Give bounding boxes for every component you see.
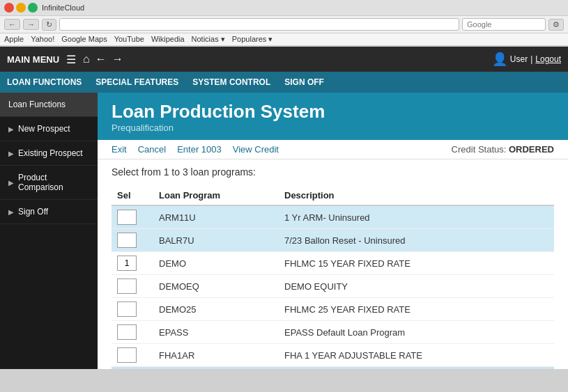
sidebar-item[interactable]: ▶New Prospect — [0, 117, 98, 141]
loan-program-cell: DEMOEQ — [153, 275, 279, 298]
back-nav-icon[interactable]: ← — [95, 53, 107, 65]
toolbar-button[interactable]: View Credit — [233, 144, 279, 155]
description-cell: FHA 15 YEAR FIXED RATE — [279, 367, 554, 370]
loan-program-cell: EPASS — [153, 321, 279, 344]
bookmarks-bar: AppleYahoo!Google MapsYouTubeWikipediaNo… — [0, 33, 568, 46]
chevron-right-icon: ▶ — [8, 150, 14, 157]
loan-programs-table: SelLoan ProgramDescription ARM11U1 Yr AR… — [112, 186, 554, 369]
toolbar-button[interactable]: Exit — [112, 144, 127, 155]
bookmark-item[interactable]: Noticias ▾ — [192, 35, 225, 44]
sidebar: Loan Functions▶New Prospect▶Existing Pro… — [0, 93, 98, 369]
description-cell: FHLMC 15 YEAR FIXED RATE — [279, 252, 554, 275]
address-bar[interactable] — [59, 18, 459, 31]
sel-cell — [112, 344, 153, 367]
browser-title: InfiniteCloud — [42, 3, 84, 12]
loan-program-cell: ARM11U — [153, 205, 279, 229]
table-row: DEMOEQDEMO EQUITY — [112, 275, 554, 298]
app-container: MAIN MENU ☰ ⌂ ← → 👤 User | Logout LOAN F… — [0, 47, 568, 369]
top-nav: MAIN MENU ☰ ⌂ ← → 👤 User | Logout — [0, 47, 568, 72]
loan-program-cell: BALR7U — [153, 229, 279, 252]
bookmark-item[interactable]: Wikipedia — [151, 35, 185, 44]
max-btn[interactable] — [28, 3, 38, 13]
table-row: DEMO25FHLMC 25 YEAR FIXED RATE — [112, 298, 554, 321]
sel-cell — [112, 298, 153, 321]
forward-btn[interactable]: → — [23, 19, 39, 30]
hamburger-icon[interactable]: ☰ — [66, 53, 76, 66]
browser-chrome: InfiniteCloud ← → ↻ ⚙ AppleYahoo!Google … — [0, 0, 568, 47]
table-row: FHA15YFHA 15 YEAR FIXED RATE — [112, 367, 554, 370]
table-area: Select from 1 to 3 loan programs: SelLoa… — [98, 159, 568, 369]
bookmark-item[interactable]: Populares ▾ — [232, 35, 273, 44]
back-btn[interactable]: ← — [4, 19, 20, 30]
sel-cell — [112, 252, 153, 275]
toolbar-button[interactable]: Cancel — [138, 144, 166, 155]
sel-cell — [112, 321, 153, 344]
description-cell: DEMO EQUITY — [279, 275, 554, 298]
home-icon[interactable]: ⌂ — [83, 53, 90, 65]
page-header: Loan Production System Prequalification — [98, 93, 568, 140]
sel-input[interactable] — [117, 256, 137, 271]
bookmark-item[interactable]: Google Maps — [61, 35, 107, 44]
refresh-btn[interactable]: ↻ — [42, 19, 56, 31]
browser-nav: ← → ↻ ⚙ — [0, 16, 568, 33]
sel-input[interactable] — [117, 324, 137, 340]
sel-cell — [112, 275, 153, 298]
sub-nav-item[interactable]: SIGN OFF — [284, 77, 324, 87]
sidebar-item[interactable]: ▶Product Comparison — [0, 166, 98, 200]
table-header: SelLoan ProgramDescription — [112, 186, 554, 205]
sidebar-item-label: Loan Functions — [8, 100, 66, 109]
table-row: EPASSEPASS Default Loan Program — [112, 321, 554, 344]
sub-nav: LOAN FUNCTIONSSPECIAL FEATURESSYSTEM CON… — [0, 72, 568, 93]
sub-nav-item[interactable]: SPECIAL FEATURES — [95, 77, 178, 87]
credit-status-value: ORDERED — [509, 144, 554, 155]
column-header: Sel — [112, 186, 153, 205]
chevron-right-icon: ▶ — [8, 208, 14, 216]
table-row: BALR7U7/23 Ballon Reset - Uninsured — [112, 229, 554, 252]
sidebar-item[interactable]: ▶Sign Off — [0, 200, 98, 224]
sel-cell — [112, 367, 153, 370]
table-row: ARM11U1 Yr ARM- Uninsured — [112, 205, 554, 229]
min-btn[interactable] — [16, 3, 26, 13]
settings-btn[interactable]: ⚙ — [548, 19, 564, 31]
table-body: ARM11U1 Yr ARM- UninsuredBALR7U7/23 Ball… — [112, 205, 554, 369]
bookmark-item[interactable]: YouTube — [114, 35, 144, 44]
user-icon: 👤 — [492, 52, 507, 67]
bookmark-item[interactable]: Yahoo! — [31, 35, 54, 44]
sidebar-item-label: Existing Prospect — [18, 148, 83, 158]
forward-nav-icon[interactable]: → — [112, 53, 123, 65]
window-controls[interactable] — [4, 3, 38, 13]
description-cell: 7/23 Ballon Reset - Uninsured — [279, 229, 554, 252]
bookmark-item[interactable]: Apple — [4, 35, 24, 44]
search-bar[interactable] — [462, 18, 546, 31]
loan-program-cell: DEMO25 — [153, 298, 279, 321]
sel-input[interactable] — [117, 279, 137, 294]
sub-nav-item[interactable]: LOAN FUNCTIONS — [7, 77, 82, 87]
page-title: Loan Production System — [112, 101, 554, 123]
column-header: Loan Program — [153, 186, 279, 205]
sub-nav-item[interactable]: SYSTEM CONTROL — [192, 77, 270, 87]
close-btn[interactable] — [4, 3, 14, 13]
sidebar-item[interactable]: Loan Functions — [0, 93, 98, 117]
sel-cell — [112, 205, 153, 229]
chevron-right-icon: ▶ — [8, 179, 14, 187]
description-cell: 1 Yr ARM- Uninsured — [279, 205, 554, 229]
description-cell: FHLMC 25 YEAR FIXED RATE — [279, 298, 554, 321]
credit-status: Credit Status: ORDERED — [452, 144, 554, 155]
toolbar: ExitCancelEnter 1003View Credit Credit S… — [98, 140, 568, 159]
toolbar-button[interactable]: Enter 1003 — [177, 144, 222, 155]
sel-input[interactable] — [117, 347, 137, 363]
main-content: Loan Production System Prequalification … — [98, 93, 568, 369]
separator: | — [530, 54, 532, 64]
user-section: 👤 User | Logout — [492, 52, 561, 67]
sel-input[interactable] — [117, 210, 137, 225]
sidebar-item[interactable]: ▶Existing Prospect — [0, 141, 98, 166]
table-instruction: Select from 1 to 3 loan programs: — [112, 166, 554, 178]
sidebar-item-label: Product Comparison — [18, 173, 89, 192]
loan-program-cell: FHA15Y — [153, 367, 279, 370]
loan-program-cell: DEMO — [153, 252, 279, 275]
sel-input[interactable] — [117, 233, 137, 248]
logout-link[interactable]: Logout — [535, 54, 561, 64]
menu-label: MAIN MENU — [7, 54, 59, 65]
sel-input[interactable] — [117, 301, 137, 317]
nav-icons: ⌂ ← → — [83, 53, 123, 65]
